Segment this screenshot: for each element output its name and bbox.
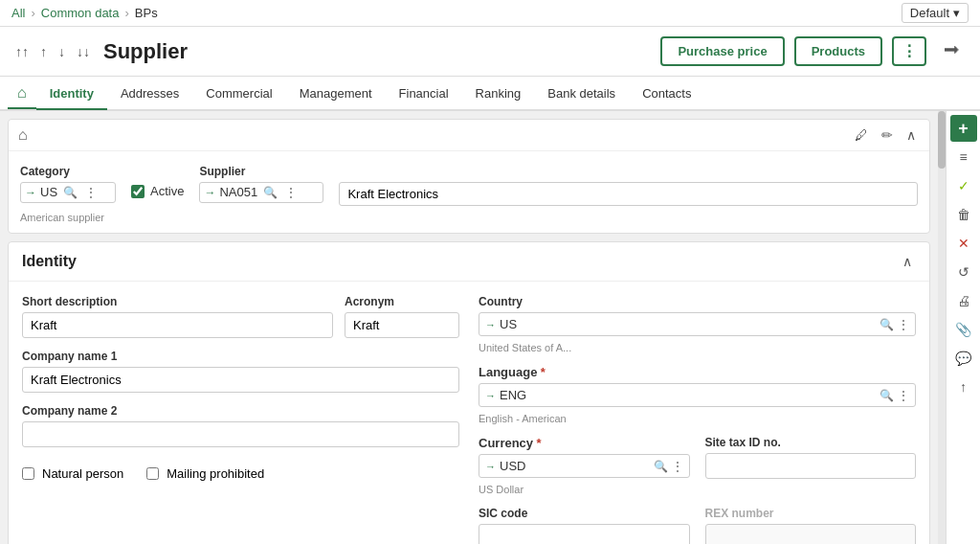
tab-management[interactable]: Management: [286, 79, 386, 110]
language-more-btn[interactable]: ⋮: [898, 389, 909, 402]
identity-header: Identity ∧: [9, 242, 929, 282]
tab-identity[interactable]: Identity: [36, 79, 107, 110]
country-more-btn[interactable]: ⋮: [898, 318, 909, 331]
natural-person-checkbox[interactable]: [22, 467, 34, 480]
country-arrow-icon: →: [485, 319, 496, 330]
mailing-prohibited-checkbox[interactable]: [146, 467, 159, 480]
nav-arrows: ↑↑ ↑ ↓ ↓↓: [11, 42, 94, 61]
identity-card: Identity ∧ Short description Acronym: [8, 241, 930, 544]
natural-person-group: Natural person: [22, 466, 123, 481]
category-more-btn[interactable]: ⋮: [83, 185, 99, 200]
currency-more-btn[interactable]: ⋮: [672, 460, 683, 473]
company-name1-label: Company name 1: [22, 350, 459, 363]
comment-sidebar-btn[interactable]: 💬: [950, 345, 977, 372]
acronym-input[interactable]: [345, 312, 459, 338]
supplier-name-input[interactable]: [339, 182, 918, 206]
nav-down-button[interactable]: ↓: [55, 42, 69, 61]
products-button[interactable]: Products: [794, 36, 882, 66]
main-layout: ⌂ 🖊 ✏ ∧ Category → US 🔍 ⋮: [0, 111, 980, 544]
scroll-thumb[interactable]: [938, 111, 946, 169]
site-tax-input[interactable]: [705, 453, 917, 479]
tab-addresses[interactable]: Addresses: [107, 79, 192, 110]
category-input[interactable]: → US 🔍 ⋮: [20, 182, 116, 203]
supplier-search-btn[interactable]: 🔍: [261, 185, 279, 200]
mailing-prohibited-label: Mailing prohibited: [167, 466, 264, 481]
currency-hint: US Dollar: [479, 484, 690, 495]
language-select[interactable]: → ENG 🔍 ⋮: [479, 383, 916, 407]
category-search-btn[interactable]: 🔍: [61, 185, 79, 200]
currency-value: USD: [500, 459, 650, 473]
currency-required-icon: *: [536, 436, 541, 450]
active-label: Active: [150, 184, 184, 198]
breadcrumb-common-data[interactable]: Common data: [41, 6, 120, 20]
more-options-button[interactable]: ⋮: [892, 36, 926, 66]
supplier-arrow-icon: →: [204, 186, 215, 199]
company-name2-field: Company name 2: [22, 404, 459, 447]
tab-home[interactable]: ⌂: [8, 79, 36, 109]
close-sidebar-btn[interactable]: ✕: [950, 230, 977, 257]
company-name1-input[interactable]: [22, 367, 459, 393]
language-arrow-icon: →: [485, 390, 496, 401]
country-value: US: [500, 317, 876, 331]
sic-code-input[interactable]: [479, 524, 690, 544]
currency-label: Currency *: [479, 436, 690, 450]
tab-financial[interactable]: Financial: [386, 79, 462, 110]
breadcrumb-sep2: ›: [124, 6, 128, 20]
rex-number-input[interactable]: [705, 524, 917, 544]
add-sidebar-btn[interactable]: +: [950, 115, 977, 142]
nav-first-button[interactable]: ↑↑: [11, 42, 33, 61]
purchase-price-button[interactable]: Purchase price: [660, 36, 784, 66]
identity-left-col: Short description Acronym Company name 1: [22, 295, 459, 544]
breadcrumb-sep1: ›: [31, 6, 34, 20]
company-name1-field: Company name 1: [22, 350, 459, 393]
share-sidebar-btn[interactable]: ↑: [950, 374, 977, 400]
identity-body: Short description Acronym Company name 1: [9, 282, 929, 544]
title-bar: ↑↑ ↑ ↓ ↓↓ Supplier Purchase price Produc…: [0, 27, 980, 77]
breadcrumb-all[interactable]: All: [11, 6, 25, 20]
country-select[interactable]: → US 🔍 ⋮: [479, 312, 916, 336]
acronym-label: Acronym: [345, 295, 459, 308]
exit-button[interactable]: ⮕: [936, 37, 969, 65]
category-arrow-icon: →: [25, 186, 36, 199]
tab-ranking[interactable]: Ranking: [462, 79, 535, 110]
nav-last-button[interactable]: ↓↓: [73, 42, 94, 61]
content-panel: ⌂ 🖊 ✏ ∧ Category → US 🔍 ⋮: [0, 111, 938, 544]
scroll-track[interactable]: [938, 111, 946, 544]
check-sidebar-btn[interactable]: ✓: [950, 172, 977, 199]
list-sidebar-btn[interactable]: ≡: [950, 144, 977, 170]
active-checkbox[interactable]: [131, 185, 145, 198]
country-search-btn[interactable]: 🔍: [880, 318, 894, 331]
trash-sidebar-btn[interactable]: 🗑: [950, 201, 977, 228]
default-button[interactable]: Default ▾: [902, 3, 969, 23]
supplier-input[interactable]: → NA051 🔍 ⋮: [199, 182, 323, 203]
currency-search-btn[interactable]: 🔍: [654, 460, 668, 473]
supplier-more-btn[interactable]: ⋮: [283, 185, 299, 200]
language-search-btn[interactable]: 🔍: [880, 389, 894, 402]
refresh-sidebar-btn[interactable]: ↺: [950, 259, 977, 285]
country-hint: United States of A...: [479, 342, 916, 353]
sic-code-label: SIC code: [479, 507, 690, 520]
company-name2-input[interactable]: [22, 421, 459, 447]
category-card: ⌂ 🖊 ✏ ∧ Category → US 🔍 ⋮: [8, 119, 930, 234]
print-sidebar-btn[interactable]: 🖨: [950, 287, 977, 314]
breadcrumb-bps[interactable]: BPs: [135, 6, 158, 20]
language-required-icon: *: [541, 365, 546, 379]
identity-title: Identity: [22, 253, 77, 270]
tab-commercial[interactable]: Commercial: [192, 79, 285, 110]
natural-person-label: Natural person: [42, 466, 123, 481]
edit-icon-btn[interactable]: ✏: [878, 125, 897, 145]
sic-code-field: SIC code: [479, 507, 690, 544]
pointer-icon-btn[interactable]: 🖊: [851, 125, 872, 145]
language-value: ENG: [500, 388, 876, 402]
identity-collapse-btn[interactable]: ∧: [899, 252, 916, 271]
tab-contacts[interactable]: Contacts: [629, 79, 704, 110]
currency-select[interactable]: → USD 🔍 ⋮: [479, 454, 690, 478]
category-hint: American supplier: [20, 212, 918, 223]
nav-up-button[interactable]: ↑: [36, 42, 51, 61]
collapse-icon-btn[interactable]: ∧: [902, 125, 920, 145]
attach-sidebar-btn[interactable]: 📎: [950, 316, 977, 343]
tab-bank-details[interactable]: Bank details: [534, 79, 629, 110]
identity-two-col: Short description Acronym Company name 1: [22, 295, 916, 544]
short-desc-input[interactable]: [22, 312, 333, 338]
country-field: Country → US 🔍 ⋮ United States of A...: [479, 295, 916, 353]
